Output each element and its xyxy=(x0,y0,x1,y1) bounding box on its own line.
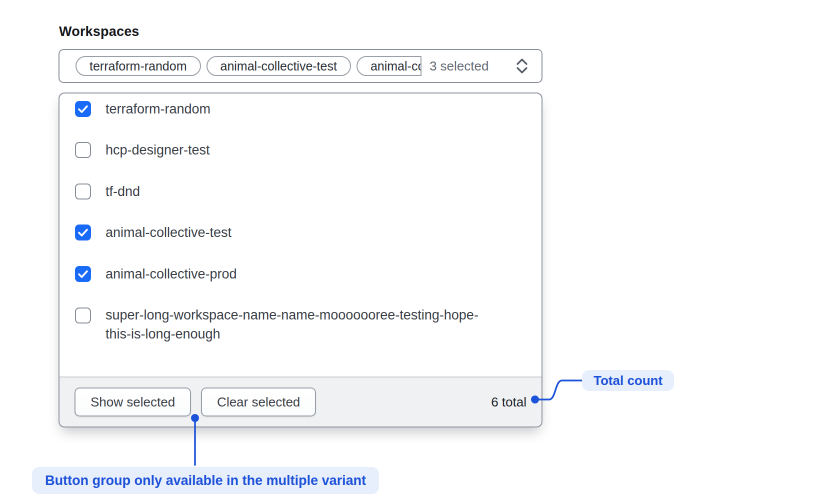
total-count-annotation: Total count xyxy=(582,370,674,391)
option-hcp-designer-test[interactable]: hcp-designer-test xyxy=(75,140,210,160)
checkbox[interactable] xyxy=(75,101,91,117)
option-label: hcp-designer-test xyxy=(106,140,210,160)
option-label: super-long-workspace-name-name-moooooore… xyxy=(106,306,478,344)
checkbox[interactable] xyxy=(75,224,91,240)
checkbox[interactable] xyxy=(75,308,91,324)
button-group-connector xyxy=(188,411,202,467)
button-group-annotation: Button group only available in the multi… xyxy=(32,467,379,494)
selected-tag: animal-collective-test xyxy=(206,56,351,76)
listbox-footer: Show selected Clear selected 6 total xyxy=(60,376,542,426)
option-label: tf-dnd xyxy=(106,182,140,201)
checkbox[interactable] xyxy=(75,142,91,158)
option-label: animal-collective-prod xyxy=(106,264,237,284)
total-count: 6 total xyxy=(491,394,526,410)
option-super-long-workspace[interactable]: super-long-workspace-name-name-moooooore… xyxy=(75,306,478,346)
option-label: animal-collective-test xyxy=(106,223,232,242)
show-selected-button[interactable]: Show selected xyxy=(74,388,191,416)
chevron-up-down-icon xyxy=(516,57,528,75)
selected-tag: terraform-random xyxy=(76,56,201,76)
multiselect-demo: Workspaces terraform-random animal-colle… xyxy=(0,0,836,504)
total-count-connector xyxy=(531,375,583,405)
option-terraform-random[interactable]: terraform-random xyxy=(75,99,210,119)
selected-count: 3 selected xyxy=(430,58,489,74)
checkbox[interactable] xyxy=(75,266,91,282)
option-label: terraform-random xyxy=(106,100,210,118)
multiselect-trigger[interactable]: terraform-random animal-collective-test … xyxy=(58,49,542,83)
workspaces-label: Workspaces xyxy=(59,24,140,40)
checkbox[interactable] xyxy=(75,184,91,200)
multiselect-listbox: terraform-random hcp-designer-test tf-dn… xyxy=(58,92,542,428)
clear-selected-button[interactable]: Clear selected xyxy=(201,388,316,416)
option-animal-collective-test[interactable]: animal-collective-test xyxy=(75,222,232,242)
option-tf-dnd[interactable]: tf-dnd xyxy=(75,182,140,202)
selected-tag-clipped: animal-co xyxy=(356,56,422,76)
option-animal-collective-prod[interactable]: animal-collective-prod xyxy=(75,264,237,284)
